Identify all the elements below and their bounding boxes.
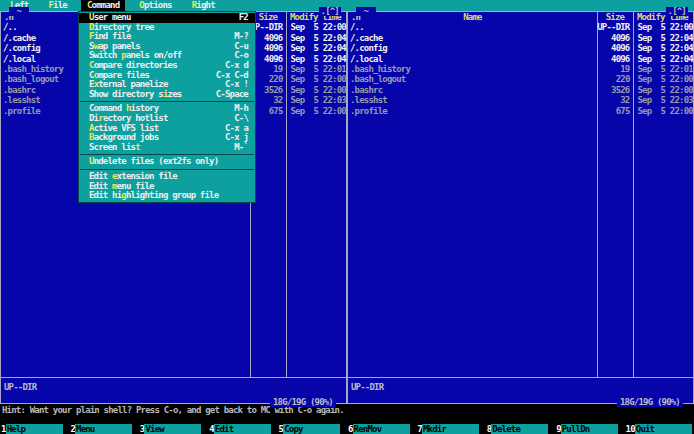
mc-terminal-screen: LeftFileCommandOptionsRight User menuF2D…: [0, 0, 694, 434]
fkey-label: Mkdir: [422, 424, 479, 434]
file-mtime: Sep 5 22:04: [286, 54, 347, 64]
file-mtime: Sep 5 22:04: [286, 33, 347, 43]
file-size: 32: [595, 95, 633, 105]
panel-path-right: ~: [356, 7, 376, 16]
fkey-button-edit[interactable]: 4Edit: [208, 424, 277, 434]
fkey-button-mkdir[interactable]: 7Mkdir: [416, 424, 485, 434]
fkey-label: Help: [6, 424, 63, 434]
menu-separator: [80, 169, 254, 170]
file-mtime: Sep 5 22:01: [286, 64, 347, 74]
column-header-name[interactable]: Name: [348, 12, 597, 22]
file-size: UP--DIR: [595, 22, 633, 32]
file-name: /.cache: [348, 33, 595, 43]
menu-item[interactable]: Edit highlighting group file: [79, 191, 255, 201]
panel-path-left: ~: [9, 7, 29, 16]
file-name: /.local: [348, 54, 595, 64]
file-name: /.config: [348, 43, 595, 53]
menu-item-label: Screen list: [89, 143, 140, 153]
menu-separator: [80, 101, 254, 102]
fkey-label: Edit: [214, 424, 271, 434]
file-row[interactable]: /.local4096Sep 5 22:04: [348, 54, 693, 64]
file-row[interactable]: .bash_history19Sep 5 22:01: [348, 64, 693, 74]
fkey-button-renmov[interactable]: 6RenMov: [347, 424, 416, 434]
file-name: .lesshst: [348, 95, 595, 105]
panel-up-button-left[interactable]: .[^]: [319, 7, 341, 16]
panel-header-right: .n Name Size Modify time: [348, 12, 693, 22]
status-divider: [1, 377, 346, 378]
file-size: 4096: [595, 43, 633, 53]
file-name: .bash_history: [348, 64, 595, 74]
menubar-item-options[interactable]: Options: [133, 0, 177, 11]
menu-item[interactable]: Screen listM-`: [79, 143, 255, 153]
fkey-button-menu[interactable]: 2Menu: [69, 424, 138, 434]
fkey-label: Menu: [75, 424, 132, 434]
menubar-item-command[interactable]: Command: [81, 0, 125, 11]
file-mtime: Sep 5 22:01: [633, 64, 694, 74]
file-row[interactable]: .bash_logout220Sep 5 22:00: [348, 74, 693, 84]
file-mtime: Sep 5 22:00: [286, 106, 347, 116]
file-mtime: Sep 5 22:00: [633, 106, 694, 116]
file-list-right: /..UP--DIRSep 5 22:00/.cache4096Sep 5 22…: [348, 22, 693, 116]
file-mtime: Sep 5 22:04: [633, 33, 694, 43]
file-size: 3526: [595, 85, 633, 95]
file-size: 4096: [595, 54, 633, 64]
file-mtime: Sep 5 22:00: [286, 85, 347, 95]
file-size: 19: [595, 64, 633, 74]
file-panel-right: ~ .[^] .n Name Size Modify time /..UP--D…: [347, 11, 694, 404]
free-space-indicator-right: 18G/19G (90%): [617, 398, 683, 407]
menu-item-shortcut: F2: [239, 13, 248, 23]
menu-item-label: Show directory sizes: [89, 90, 181, 100]
file-row[interactable]: /..UP--DIRSep 5 22:00: [348, 22, 693, 32]
fkey-label: PullDn: [561, 424, 618, 434]
file-row[interactable]: /.cache4096Sep 5 22:04: [348, 33, 693, 43]
file-row[interactable]: .bashrc3526Sep 5 22:00: [348, 85, 693, 95]
fkey-button-help[interactable]: 1Help: [0, 424, 69, 434]
file-mtime: Sep 5 22:00: [286, 22, 347, 32]
fkey-button-copy[interactable]: 5Copy: [278, 424, 347, 434]
menu-bar: LeftFileCommandOptionsRight: [0, 0, 694, 11]
mini-status-right: UP--DIR: [351, 382, 383, 392]
file-name: .profile: [348, 106, 595, 116]
file-name: .bashrc: [348, 85, 595, 95]
menubar-item-file[interactable]: File: [42, 0, 72, 11]
fkey-label: Quit: [635, 424, 692, 434]
menu-item[interactable]: Undelete files (ext2fs only): [79, 157, 255, 167]
file-row[interactable]: .lesshst32Sep 5 22:03: [348, 95, 693, 105]
file-mtime: Sep 5 22:00: [633, 22, 694, 32]
menu-item[interactable]: Show directory sizesC-Space: [79, 90, 255, 100]
fkey-label: Delete: [491, 424, 548, 434]
file-mtime: Sep 5 22:04: [286, 43, 347, 53]
file-mtime: Sep 5 22:03: [286, 95, 347, 105]
fkey-button-pulldn[interactable]: 9PullDn: [555, 424, 624, 434]
file-mtime: Sep 5 22:00: [633, 74, 694, 84]
file-mtime: Sep 5 22:04: [633, 43, 694, 53]
fkey-button-delete[interactable]: 8Delete: [486, 424, 555, 434]
file-row[interactable]: .profile675Sep 5 22:00: [348, 106, 693, 116]
menu-item-label: Edit highlighting group file: [89, 191, 218, 201]
fkey-label: RenMov: [353, 424, 410, 434]
fkey-label: View: [144, 424, 201, 434]
panel-up-button-right[interactable]: .[^]: [666, 7, 688, 16]
command-prompt[interactable]: midnight@commander:~$: [2, 414, 126, 424]
menu-item-shortcut: C-Space: [216, 90, 248, 100]
mini-status-left: UP--DIR: [4, 382, 36, 392]
menu-item-shortcut: M-`: [234, 143, 248, 153]
menubar-item-right[interactable]: Right: [186, 0, 221, 11]
fkey-label: Copy: [283, 424, 340, 434]
file-name: /..: [348, 22, 595, 32]
file-mtime: Sep 5 22:00: [633, 85, 694, 95]
fkey-button-view[interactable]: 3View: [139, 424, 208, 434]
menu-item-label: Undelete files (ext2fs only): [89, 157, 218, 167]
file-mtime: Sep 5 22:03: [633, 95, 694, 105]
fkey-number: 10: [625, 424, 635, 434]
file-row[interactable]: /.config4096Sep 5 22:04: [348, 43, 693, 53]
status-divider: [348, 377, 693, 378]
menu-separator: [80, 154, 254, 155]
file-size: 220: [595, 74, 633, 84]
function-key-bar: 1Help2Menu3View4Edit5Copy6RenMov7Mkdir8D…: [0, 424, 694, 434]
file-mtime: Sep 5 22:04: [633, 54, 694, 64]
free-space-indicator-left: 18G/19G (90%): [270, 398, 336, 407]
column-header-size[interactable]: Size: [597, 12, 633, 22]
fkey-button-quit[interactable]: 10Quit: [625, 424, 694, 434]
file-size: 675: [595, 106, 633, 116]
